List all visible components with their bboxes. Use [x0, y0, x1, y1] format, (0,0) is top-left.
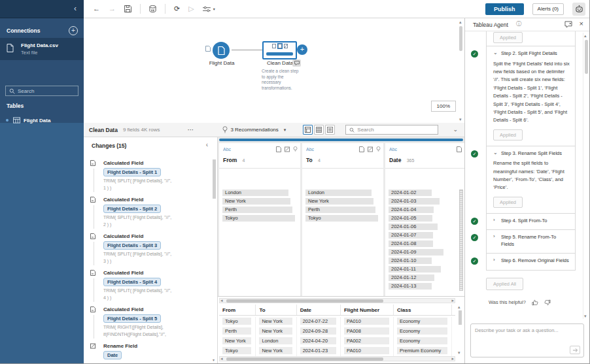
profile-value-row[interactable]: New York	[222, 198, 297, 207]
scroll-down-icon[interactable]	[459, 117, 462, 122]
field-options-icon[interactable]	[457, 146, 462, 152]
field-type-abc[interactable]: Abc	[306, 147, 314, 152]
scroll-right-icon[interactable]	[451, 356, 454, 361]
profile-horizontal-scrollbar[interactable]	[219, 139, 463, 141]
list-view-button[interactable]	[325, 125, 335, 135]
edit-field-icon[interactable]	[285, 146, 290, 152]
change-item[interactable]: Calculated Field Flight Details - Split …	[84, 159, 212, 196]
flow-settings-icon[interactable]	[203, 6, 211, 12]
edit-field-icon[interactable]	[368, 146, 373, 152]
field-type-abc[interactable]: Abc	[223, 147, 231, 152]
field-pill[interactable]: Flight Details - Split 2	[103, 205, 161, 213]
change-item[interactable]: Calculated Field Flight Details - Split …	[84, 196, 212, 233]
profile-value-row[interactable]: 2024-01-11	[389, 266, 458, 274]
redo-icon[interactable]	[109, 5, 116, 12]
collapse-pane-icon[interactable]	[453, 127, 458, 133]
field-pill[interactable]: Date	[103, 351, 122, 359]
info-icon[interactable]	[516, 22, 521, 27]
scrollbar-thumb[interactable]	[213, 159, 216, 199]
profile-value-row[interactable]: 2024-01-04	[389, 207, 458, 215]
chevron-right-icon[interactable]	[493, 234, 498, 239]
scroll-up-icon[interactable]	[584, 33, 587, 38]
refresh-icon[interactable]	[174, 5, 180, 12]
change-item[interactable]: Calculated Field Flight Details - Split …	[84, 269, 212, 306]
field-name[interactable]: Date	[389, 157, 401, 163]
profile-value-row[interactable]: London	[222, 190, 297, 198]
applied-button[interactable]: Applied	[493, 197, 523, 208]
agent-step-card[interactable]: Step 2. Split Flight Details Split the ‘…	[486, 46, 576, 146]
chevron-down-icon[interactable]	[493, 50, 498, 56]
date-column-scrollbar[interactable]	[459, 190, 463, 291]
table-row[interactable]: New York London 2024-04-20 PA002 Economy	[219, 337, 455, 346]
scroll-left-icon[interactable]	[220, 356, 223, 361]
field-pill[interactable]: Flight Details - Split 3	[103, 241, 161, 250]
publish-button[interactable]: Publish	[485, 3, 524, 15]
profile-value-row[interactable]: Tokyo	[222, 215, 297, 223]
grid-header[interactable]: To	[256, 305, 296, 315]
thumbs-up-icon[interactable]	[532, 299, 538, 306]
close-icon[interactable]	[580, 20, 583, 27]
field-options-icon[interactable]	[276, 146, 281, 152]
scroll-down-icon[interactable]	[213, 358, 215, 362]
profile-value-row[interactable]: 2024-01-06	[389, 223, 458, 232]
recommendations-button[interactable]: 3 Recommendations	[222, 126, 286, 133]
profile-value-row[interactable]: 2024-01-13	[389, 283, 458, 291]
step-title[interactable]: Step 4. Split From-To	[501, 218, 547, 225]
grid-vertical-scrollbar[interactable]	[457, 305, 463, 355]
grid-header[interactable]: Flight Number	[341, 305, 394, 315]
field-options-icon[interactable]	[359, 146, 364, 152]
applied-button[interactable]: Applied	[493, 129, 523, 141]
agent-prompt-input[interactable]	[475, 327, 568, 347]
field-pill[interactable]: Flight Details - Split 1	[103, 168, 161, 176]
step-title[interactable]: Step 3. Rename Split Fields	[501, 150, 562, 157]
changes-vertical-scrollbar[interactable]	[213, 159, 217, 362]
chevron-down-icon[interactable]	[493, 150, 498, 156]
change-item[interactable]: Calculated Field Flight Details - Split …	[84, 233, 212, 269]
clean-step-node[interactable]	[262, 41, 297, 59]
connection-item-flight-data[interactable]: Flight Data.csv Text file	[0, 38, 84, 60]
grid-horizontal-scrollbar-bottom[interactable]	[219, 356, 455, 361]
field-pill[interactable]: Flight Details - Split 4	[103, 278, 161, 286]
pause-data-updates-icon[interactable]	[149, 5, 156, 13]
grid-horizontal-scrollbar-top[interactable]	[219, 298, 455, 303]
step-comment-icon[interactable]	[292, 59, 301, 67]
chevron-right-icon[interactable]	[493, 257, 498, 263]
step-title[interactable]: Step 6. Remove Original Fields	[501, 257, 569, 265]
field-pill[interactable]: Flight Details - Split 5	[103, 314, 161, 323]
agent-vertical-scrollbar[interactable]	[583, 33, 589, 319]
clean-pane-search-input[interactable]	[357, 127, 434, 133]
sidebar-search-input[interactable]	[18, 88, 75, 94]
clean-pane-search[interactable]	[345, 125, 438, 135]
grid-header[interactable]: From	[219, 305, 256, 315]
scroll-up-icon[interactable]	[458, 305, 460, 309]
grid-header[interactable]: P	[452, 305, 455, 315]
profile-value-row[interactable]: 2024-01-09	[389, 249, 458, 257]
more-options-icon[interactable]	[187, 127, 194, 133]
profile-value-row[interactable]: Perth	[305, 207, 380, 215]
profile-card-to[interactable]: Abc To 4 London New York Perth Tokyo	[302, 143, 383, 296]
profile-value-row[interactable]: 2024-01-07	[389, 232, 458, 240]
profile-value-row[interactable]: London	[305, 190, 380, 198]
grid-view-button[interactable]	[314, 125, 324, 135]
flow-vertical-scrollbar[interactable]	[459, 20, 464, 122]
sidebar-search[interactable]	[5, 86, 78, 96]
scrollbar-thumb[interactable]	[226, 299, 383, 303]
scroll-up-icon[interactable]	[459, 20, 462, 24]
profile-card-date[interactable]: Abc Date 365 2024-01-02 2024-01-03 2024-…	[385, 143, 464, 296]
run-flow-icon[interactable]	[188, 5, 194, 12]
table-item-flight-data[interactable]: Flight Data	[0, 115, 84, 125]
scroll-down-icon[interactable]	[584, 314, 587, 318]
collapse-sidebar-icon[interactable]	[74, 5, 77, 12]
table-row[interactable]: Perth New York 2024-09-28 PA008 Economy	[219, 327, 455, 337]
field-name[interactable]: To	[306, 157, 313, 163]
profile-value-row[interactable]: Tokyo	[305, 215, 380, 223]
step-title[interactable]: Step 2. Split Flight Details	[501, 50, 557, 58]
agent-step-card[interactable]: Step 4. Split From-To	[486, 213, 576, 231]
alerts-button[interactable]: Alerts (0)	[532, 3, 564, 15]
profile-value-row[interactable]: New York	[305, 198, 380, 207]
profile-value-row[interactable]: 2024-01-10	[389, 257, 458, 266]
profile-value-row[interactable]: 2024-01-05	[389, 215, 458, 223]
field-name[interactable]: From	[223, 157, 237, 163]
agent-step-card[interactable]: Step 3. Rename Split Fields Rename the s…	[486, 146, 576, 214]
grid-header[interactable]: Date	[297, 305, 341, 315]
